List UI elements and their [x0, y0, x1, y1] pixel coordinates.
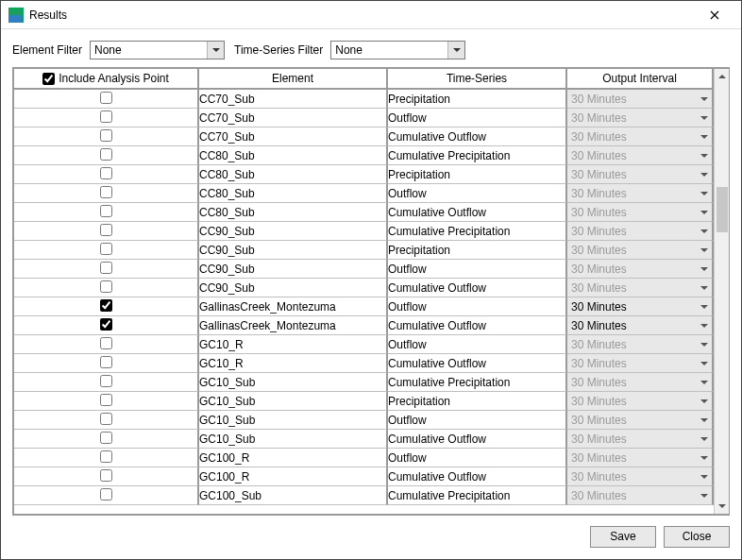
element-cell: GallinasCreek_Montezuma: [199, 297, 388, 316]
chevron-down-icon: [700, 97, 708, 101]
include-checkbox[interactable]: [100, 356, 112, 368]
scroll-thumb[interactable]: [717, 187, 728, 232]
table-row: CC90_SubPrecipitation30 Minutes: [14, 241, 714, 260]
output-interval-cell: 30 Minutes: [567, 373, 714, 392]
output-interval-value: 30 Minutes: [571, 281, 627, 295]
timeseries-cell: Cumulative Outflow: [388, 127, 567, 146]
table-row: CC90_SubCumulative Precipitation30 Minut…: [14, 222, 714, 241]
include-checkbox[interactable]: [100, 186, 112, 198]
include-all-checkbox[interactable]: [42, 73, 55, 85]
include-checkbox[interactable]: [100, 92, 112, 104]
element-cell: GC10_R: [199, 354, 388, 373]
include-checkbox[interactable]: [100, 394, 112, 406]
column-header-interval[interactable]: Output Interval: [567, 69, 714, 90]
element-cell: CC70_Sub: [199, 109, 388, 127]
include-checkbox[interactable]: [100, 280, 112, 293]
table-row: CC80_SubCumulative Precipitation30 Minut…: [14, 146, 714, 165]
timeseries-cell: Cumulative Outflow: [388, 467, 567, 486]
element-cell: CC80_Sub: [199, 165, 388, 184]
table-row: GC100_SubCumulative Precipitation30 Minu…: [14, 486, 714, 505]
timeseries-cell: Outflow: [388, 411, 567, 430]
table-row: GallinasCreek_MontezumaCumulative Outflo…: [14, 316, 714, 335]
element-cell: CC90_Sub: [199, 241, 388, 260]
column-header-include-label: Include Analysis Point: [59, 72, 169, 85]
include-checkbox[interactable]: [100, 318, 112, 331]
include-cell: [14, 279, 199, 297]
include-checkbox[interactable]: [100, 375, 112, 387]
include-checkbox[interactable]: [100, 205, 112, 217]
timeseries-cell: Cumulative Outflow: [388, 279, 567, 297]
chevron-down-icon: [700, 211, 708, 214]
scroll-up-icon[interactable]: [715, 69, 730, 84]
output-interval-value: 30 Minutes: [571, 130, 627, 144]
timeseries-cell: Outflow: [388, 335, 567, 354]
include-checkbox[interactable]: [100, 337, 112, 349]
window-title: Results: [29, 8, 67, 22]
column-header-element[interactable]: Element: [199, 69, 388, 90]
table-row: GC10_ROutflow30 Minutes: [14, 335, 714, 354]
output-interval-value: 30 Minutes: [571, 319, 627, 332]
output-interval-value: 30 Minutes: [571, 395, 627, 408]
include-checkbox[interactable]: [100, 167, 112, 179]
include-checkbox[interactable]: [100, 243, 112, 255]
include-cell: [14, 222, 199, 241]
include-checkbox[interactable]: [100, 299, 112, 312]
table-row: CC90_SubOutflow30 Minutes: [14, 260, 714, 279]
include-cell: [14, 146, 199, 165]
include-cell: [14, 486, 199, 505]
timeseries-cell: Cumulative Precipitation: [388, 222, 567, 241]
element-cell: GallinasCreek_Montezuma: [199, 316, 388, 335]
element-cell: GC100_R: [199, 449, 388, 467]
output-interval-value: 30 Minutes: [571, 470, 627, 484]
element-cell: GC10_Sub: [199, 430, 388, 449]
include-checkbox[interactable]: [100, 413, 112, 425]
include-checkbox[interactable]: [100, 262, 112, 274]
timeseries-cell: Outflow: [388, 260, 567, 279]
timeseries-cell: Cumulative Outflow: [388, 203, 567, 222]
output-interval-cell: 30 Minutes: [567, 486, 714, 505]
chevron-down-icon: [700, 324, 708, 328]
timeseries-cell: Cumulative Precipitation: [388, 373, 567, 392]
element-cell: CC80_Sub: [199, 146, 388, 165]
chevron-down-icon: [700, 305, 708, 309]
output-interval-value: 30 Minutes: [571, 111, 627, 125]
timeseries-filter-combo[interactable]: None: [330, 41, 465, 59]
chevron-down-icon: [700, 343, 708, 347]
include-checkbox[interactable]: [100, 129, 112, 142]
output-interval-value: 30 Minutes: [571, 168, 627, 181]
timeseries-cell: Outflow: [388, 109, 567, 127]
save-button[interactable]: Save: [590, 526, 656, 548]
timeseries-cell: Precipitation: [388, 241, 567, 260]
scroll-down-icon[interactable]: [715, 499, 730, 514]
include-cell: [14, 165, 199, 184]
chevron-down-icon: [700, 154, 708, 158]
window-close-button[interactable]: [696, 2, 734, 28]
element-filter-combo[interactable]: None: [90, 41, 225, 59]
dialog-footer: Save Close: [1, 521, 741, 559]
output-interval-value: 30 Minutes: [571, 225, 627, 238]
include-checkbox[interactable]: [100, 469, 112, 482]
output-interval-cell[interactable]: 30 Minutes: [567, 316, 714, 335]
include-cell: [14, 184, 199, 203]
vertical-scrollbar[interactable]: [714, 69, 729, 514]
chevron-down-icon: [700, 494, 708, 498]
include-checkbox[interactable]: [100, 148, 112, 161]
timeseries-cell: Cumulative Outflow: [388, 316, 567, 335]
table-row: GallinasCreek_MontezumaOutflow30 Minutes: [14, 297, 714, 316]
close-button[interactable]: Close: [664, 526, 730, 548]
include-checkbox[interactable]: [100, 224, 112, 236]
output-interval-cell: 30 Minutes: [567, 449, 714, 467]
column-header-include[interactable]: Include Analysis Point: [14, 69, 199, 90]
column-header-timeseries[interactable]: Time-Series: [388, 69, 567, 90]
timeseries-cell: Outflow: [388, 297, 567, 316]
include-checkbox[interactable]: [100, 432, 112, 444]
include-checkbox[interactable]: [100, 450, 112, 463]
include-cell: [14, 411, 199, 430]
table-row: CC90_SubCumulative Outflow30 Minutes: [14, 279, 714, 297]
include-checkbox[interactable]: [100, 110, 112, 123]
include-checkbox[interactable]: [100, 488, 112, 501]
table-row: GC10_RCumulative Outflow30 Minutes: [14, 354, 714, 373]
chevron-down-icon: [448, 42, 464, 59]
table-row: GC10_SubPrecipitation30 Minutes: [14, 392, 714, 411]
output-interval-cell[interactable]: 30 Minutes: [567, 297, 714, 316]
